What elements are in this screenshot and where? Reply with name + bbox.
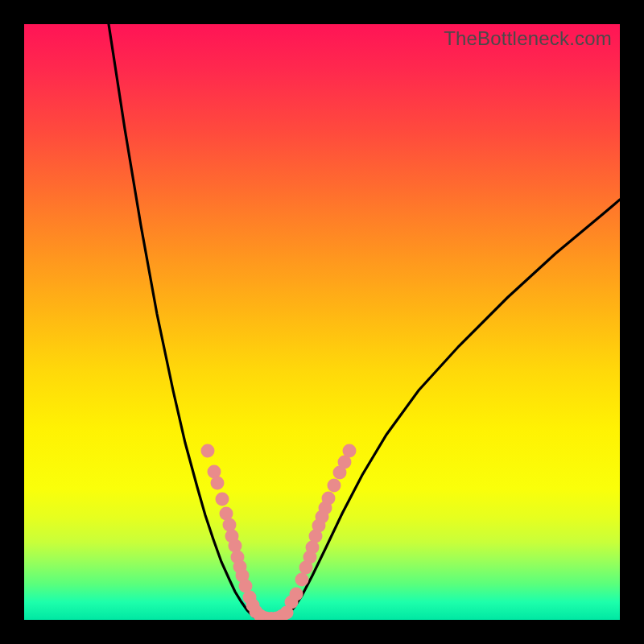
chart-frame: TheBottleneck.com <box>24 24 620 620</box>
data-marker <box>328 479 341 493</box>
data-marker <box>322 492 336 506</box>
bottleneck-curve <box>109 24 620 620</box>
data-marker <box>229 539 242 553</box>
data-marker <box>211 477 225 490</box>
data-marker <box>343 444 357 458</box>
data-marker <box>201 444 215 458</box>
data-marker <box>216 493 229 506</box>
data-marker <box>223 518 237 532</box>
data-marker <box>295 573 309 587</box>
chart-svg <box>24 24 620 620</box>
curve-group <box>109 24 620 620</box>
data-marker <box>290 588 303 601</box>
